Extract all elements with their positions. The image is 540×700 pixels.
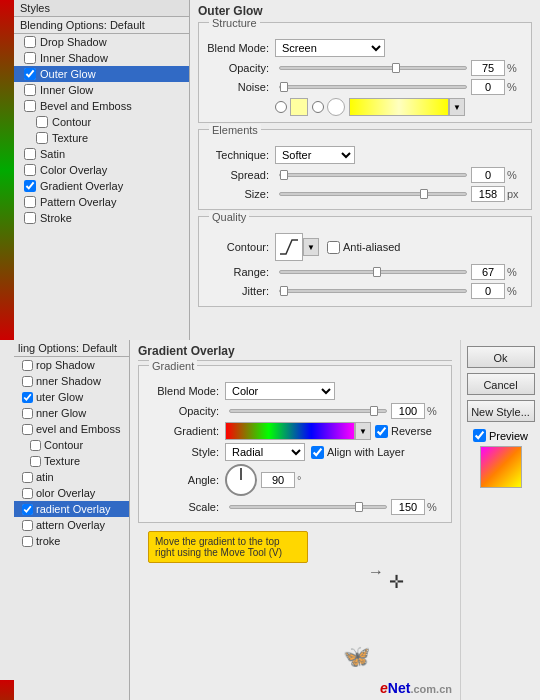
- drop-shadow-checkbox[interactable]: [24, 36, 36, 48]
- reverse-checkbox[interactable]: [375, 425, 388, 438]
- opacity-unit: %: [507, 62, 525, 74]
- sidebar-item-bevel-emboss[interactable]: Bevel and Emboss: [14, 98, 189, 114]
- opacity-input[interactable]: [471, 60, 505, 76]
- contour-dropdown-arrow[interactable]: ▼: [303, 238, 319, 256]
- gradient-radio[interactable]: [312, 101, 324, 113]
- bottom-item-satin[interactable]: atin: [14, 469, 129, 485]
- buttons-panel: Ok Cancel New Style... Preview: [460, 340, 540, 700]
- bottom-stroke-cb[interactable]: [22, 536, 33, 547]
- opacity-slider[interactable]: [279, 66, 467, 70]
- bottom-bevel-emboss-cb[interactable]: [22, 424, 33, 435]
- pattern-overlay-checkbox[interactable]: [24, 196, 36, 208]
- gradient-blend-mode-select[interactable]: Color: [225, 382, 335, 400]
- inner-shadow-checkbox[interactable]: [24, 52, 36, 64]
- sidebar-item-stroke[interactable]: Stroke: [14, 210, 189, 226]
- bottom-color-overlay-cb[interactable]: [22, 488, 33, 499]
- noise-thumb[interactable]: [280, 82, 288, 92]
- bottom-gradient-overlay-cb[interactable]: [22, 504, 33, 515]
- gradient-picker-arrow[interactable]: ▼: [355, 422, 371, 440]
- range-input[interactable]: [471, 264, 505, 280]
- grad-opacity-input[interactable]: [391, 403, 425, 419]
- outer-glow-checkbox[interactable]: [24, 68, 36, 80]
- scale-input[interactable]: [391, 499, 425, 515]
- scale-thumb[interactable]: [355, 502, 363, 512]
- callout-arrow-container: →: [368, 563, 384, 581]
- sidebar-item-pattern-overlay[interactable]: Pattern Overlay: [14, 194, 189, 210]
- size-slider[interactable]: [279, 192, 467, 196]
- gradient-dropdown-arrow[interactable]: ▼: [449, 98, 465, 116]
- technique-select[interactable]: Softer: [275, 146, 355, 164]
- noise-slider[interactable]: [279, 85, 467, 89]
- cancel-button[interactable]: Cancel: [467, 373, 535, 395]
- opacity-thumb[interactable]: [392, 63, 400, 73]
- sidebar-item-outer-glow[interactable]: Outer Glow: [14, 66, 189, 82]
- sidebar-item-contour[interactable]: Contour: [14, 114, 189, 130]
- size-thumb[interactable]: [420, 189, 428, 199]
- bottom-item-gradient-overlay[interactable]: radient Overlay: [14, 501, 129, 517]
- inner-glow-checkbox[interactable]: [24, 84, 36, 96]
- bottom-item-stroke[interactable]: troke: [14, 533, 129, 549]
- texture-checkbox[interactable]: [36, 132, 48, 144]
- bottom-item-inner-glow[interactable]: nner Glow: [14, 405, 129, 421]
- bevel-emboss-checkbox[interactable]: [24, 100, 36, 112]
- jitter-slider[interactable]: [279, 289, 467, 293]
- gradient-overlay-checkbox-top[interactable]: [24, 180, 36, 192]
- grad-opacity-slider[interactable]: [229, 409, 387, 413]
- bottom-pattern-overlay-cb[interactable]: [22, 520, 33, 531]
- jitter-thumb[interactable]: [280, 286, 288, 296]
- noise-input[interactable]: [471, 79, 505, 95]
- bottom-inner-glow-cb[interactable]: [22, 408, 33, 419]
- bottom-satin-cb[interactable]: [22, 472, 33, 483]
- stroke-checkbox[interactable]: [24, 212, 36, 224]
- bottom-item-drop-shadow[interactable]: rop Shadow: [14, 357, 129, 373]
- bottom-outer-glow-cb[interactable]: [22, 392, 33, 403]
- color-radio[interactable]: [275, 101, 287, 113]
- gradient-bar-main[interactable]: [225, 422, 355, 440]
- glow-color-swatch[interactable]: [290, 98, 308, 116]
- sidebar-item-drop-shadow[interactable]: Drop Shadow: [14, 34, 189, 50]
- angle-wheel[interactable]: [225, 464, 257, 496]
- spread-thumb[interactable]: [280, 170, 288, 180]
- satin-checkbox[interactable]: [24, 148, 36, 160]
- range-slider[interactable]: [279, 270, 467, 274]
- spread-slider[interactable]: [279, 173, 467, 177]
- size-input[interactable]: [471, 186, 505, 202]
- angle-input[interactable]: [261, 472, 295, 488]
- glow-gradient-bar[interactable]: [349, 98, 449, 116]
- preview-row: Preview: [473, 429, 528, 442]
- bottom-item-outer-glow[interactable]: uter Glow: [14, 389, 129, 405]
- bottom-texture-cb[interactable]: [30, 456, 41, 467]
- preview-checkbox[interactable]: [473, 429, 486, 442]
- ok-button[interactable]: Ok: [467, 346, 535, 368]
- style-select[interactable]: Radial: [225, 443, 305, 461]
- contour-preview[interactable]: [275, 233, 303, 261]
- range-thumb[interactable]: [373, 267, 381, 277]
- jitter-input[interactable]: [471, 283, 505, 299]
- new-style-button[interactable]: New Style...: [467, 400, 535, 422]
- spread-input[interactable]: [471, 167, 505, 183]
- range-unit: %: [507, 266, 525, 278]
- align-layer-checkbox[interactable]: [311, 446, 324, 459]
- contour-checkbox[interactable]: [36, 116, 48, 128]
- color-overlay-checkbox[interactable]: [24, 164, 36, 176]
- bottom-drop-shadow-cb[interactable]: [22, 360, 33, 371]
- sidebar-item-inner-glow[interactable]: Inner Glow: [14, 82, 189, 98]
- bottom-contour-cb[interactable]: [30, 440, 41, 451]
- grad-opacity-thumb[interactable]: [370, 406, 378, 416]
- bottom-item-texture[interactable]: Texture: [14, 453, 129, 469]
- sidebar-item-inner-shadow[interactable]: Inner Shadow: [14, 50, 189, 66]
- sidebar-item-satin[interactable]: Satin: [14, 146, 189, 162]
- blend-mode-select[interactable]: Screen: [275, 39, 385, 57]
- bottom-item-pattern-overlay[interactable]: attern Overlay: [14, 517, 129, 533]
- bottom-inner-shadow-cb[interactable]: [22, 376, 33, 387]
- bottom-item-inner-shadow[interactable]: nner Shadow: [14, 373, 129, 389]
- bottom-item-color-overlay[interactable]: olor Overlay: [14, 485, 129, 501]
- bottom-item-contour[interactable]: Contour: [14, 437, 129, 453]
- scale-slider[interactable]: [229, 505, 387, 509]
- sidebar-item-color-overlay[interactable]: Color Overlay: [14, 162, 189, 178]
- sidebar-item-gradient-overlay-top[interactable]: Gradient Overlay: [14, 178, 189, 194]
- glow-color-row: ▼: [275, 98, 525, 116]
- bottom-item-bevel-emboss[interactable]: evel and Emboss: [14, 421, 129, 437]
- sidebar-item-texture[interactable]: Texture: [14, 130, 189, 146]
- anti-aliased-checkbox[interactable]: [327, 241, 340, 254]
